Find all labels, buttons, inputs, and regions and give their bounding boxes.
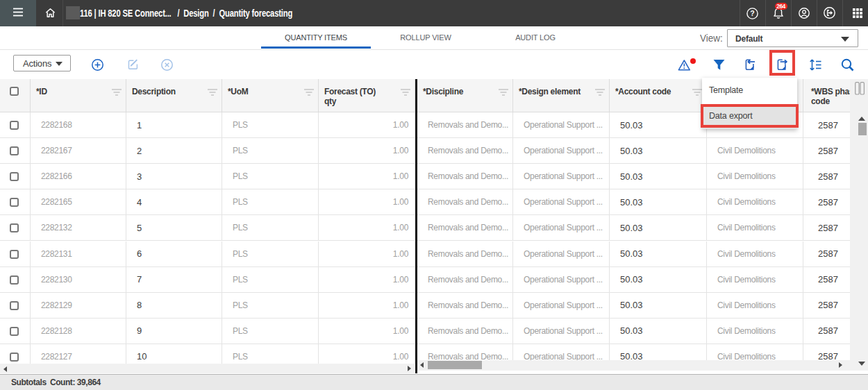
svg-text:?: ? bbox=[750, 9, 754, 17]
